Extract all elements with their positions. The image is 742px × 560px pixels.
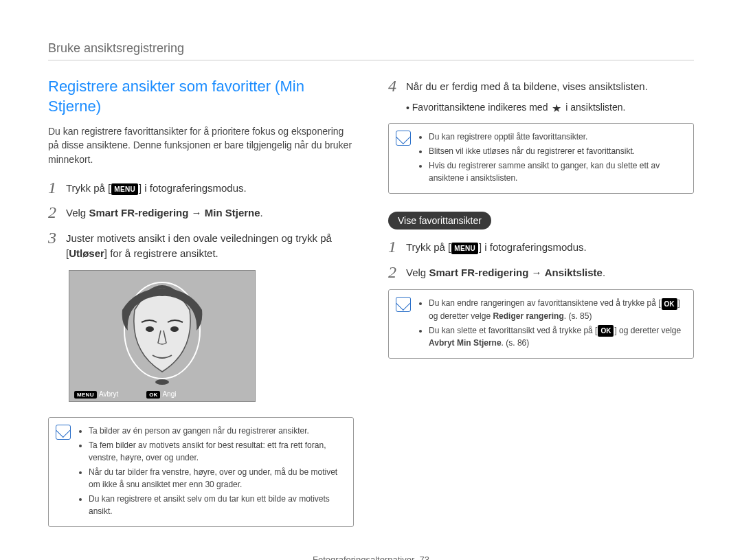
ok-icon: OK [662,298,677,310]
menu-icon: MENU [111,183,138,195]
note-item: Du kan slette et favorittansikt ved å tr… [429,324,684,349]
note-list: Ta bilder av én person av gangen når du … [79,425,344,517]
step-number: 3 [48,229,66,247]
step-number: 1 [388,238,406,256]
note-item: Blitsen vil ikke utløses når du registre… [429,145,684,157]
page-number: 73 [419,555,429,560]
set-label: OK Angi [146,390,176,399]
content-columns: Registrere ansikter som favoritter (Min … [48,77,694,535]
page-footer: Fotograferingsalternativer 73 [48,555,694,560]
note-box: Du kan registrere opptil åtte favorittan… [388,123,694,194]
step-text: Velg Smart FR-redigering → Ansiktsliste. [406,263,605,281]
step-number: 2 [388,263,406,281]
step-text: Juster motivets ansikt i den ovale veile… [66,229,354,262]
step-text: Trykk på [MENU] i fotograferingsmodus. [66,179,247,197]
star-icon: ★ [552,102,561,115]
menu-icon: MENU [451,243,478,254]
svg-point-1 [146,326,154,332]
camera-bottom-bar: MENU Avbryt OK Angi [69,388,255,401]
menu-icon: MENU [74,391,97,399]
note-item: Du kan registrere et ansikt selv om du t… [89,493,344,517]
note-item: Du kan registrere opptil åtte favorittan… [429,131,684,143]
subsection-pill: Vise favorittansikter [388,212,491,229]
step-1b: 1 Trykk på [MENU] i fotograferingsmodus. [388,238,694,256]
left-column: Registrere ansikter som favoritter (Min … [48,77,354,535]
footer-label: Fotograferingsalternativer [313,555,414,560]
right-column: 4 Når du er ferdig med å ta bildene, vis… [388,77,694,535]
note-list: Du kan endre rangeringen av favorittansi… [419,297,684,349]
page-root: Bruke ansiktsregistrering Registrere ans… [0,0,742,560]
note-item: Du kan endre rangeringen av favorittansi… [429,297,684,322]
step-number: 1 [48,179,66,197]
note-item: Hvis du registrerer samme ansikt to gang… [429,159,684,184]
ok-icon: OK [146,391,160,399]
note-item: Ta bilder av én person av gangen når du … [89,425,344,437]
note-item: Når du tar bilder fra venstre, høyre, ov… [89,466,344,491]
step-text: Når du er ferdig med å ta bildene, vises… [406,77,648,95]
note-icon [396,131,411,146]
step-text: Trykk på [MENU] i fotograferingsmodus. [406,238,587,256]
note-box: Ta bilder av én person av gangen når du … [48,417,354,527]
sub-bullet: Favorittansiktene indikeres med ★ i ansi… [406,102,694,115]
section-title: Registrere ansikter som favoritter (Min … [48,77,354,116]
note-item: Ta fem bilder av motivets ansikt for bes… [89,439,344,464]
step-1: 1 Trykk på [MENU] i fotograferingsmodus. [48,179,354,197]
page-header: Bruke ansiktsregistrering [48,41,694,60]
step-3: 3 Juster motivets ansikt i den ovale vei… [48,229,354,262]
step-2b: 2 Velg Smart FR-redigering → Ansiktslist… [388,263,694,281]
step-number: 4 [388,77,406,95]
svg-point-2 [170,326,179,332]
face-illustration [100,276,224,385]
note-icon [396,297,411,312]
note-icon [56,425,71,440]
note-box: Du kan endre rangeringen av favorittansi… [388,289,694,359]
cancel-label: MENU Avbryt [74,390,118,399]
step-4: 4 Når du er ferdig med å ta bildene, vis… [388,77,694,95]
ok-icon: OK [598,325,614,337]
camera-preview-frame: MENU Avbryt OK Angi [69,270,256,402]
step-number: 2 [48,203,66,221]
note-list: Du kan registrere opptil åtte favorittan… [419,131,684,184]
svg-point-3 [155,379,169,385]
step-text: Velg Smart FR-redigering → Min Stjerne. [66,203,263,221]
step-2: 2 Velg Smart FR-redigering → Min Stjerne… [48,203,354,221]
intro-text: Du kan registrere favorittansikter for å… [48,124,354,166]
